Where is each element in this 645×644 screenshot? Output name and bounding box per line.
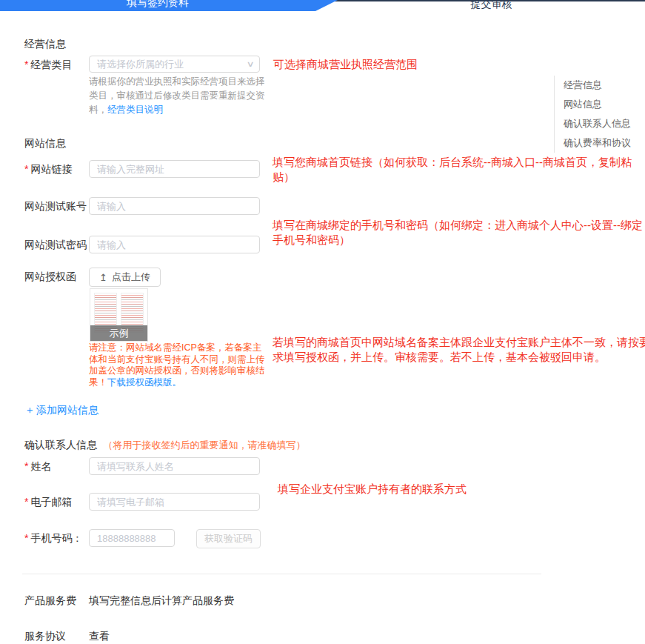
add-website-label: 添加网站信息	[36, 404, 98, 416]
authorization-annotation: 若填写的商城首页中网站域名备案主体跟企业支付宝账户主体不一致，请按要求填写授权函…	[273, 335, 645, 365]
add-website-link[interactable]: ＋添加网站信息	[24, 404, 98, 417]
upload-button-label: 点击上传	[112, 270, 150, 284]
upload-icon: ↥	[99, 273, 107, 282]
site-link-label: *网站链接	[24, 163, 72, 176]
authorization-sample-thumbnail[interactable]: 示例	[90, 288, 148, 342]
site-link-annotation: 填写您商城首页链接（如何获取：后台系统--商城入口--商城首页，复制粘贴）	[273, 155, 645, 185]
authorization-note: 请注意：网站域名需经ICP备案，若备案主体和当前支付宝账号持有人不同，则需上传加…	[89, 342, 268, 388]
category-select-placeholder: 请选择你所属的行业	[97, 58, 184, 71]
signup-form-page: 提交审核 填写签约资料 经营信息 *经营类目 请选择你所属的行业 ∨ 可选择商城…	[0, 0, 645, 644]
step-fill-contract-info-label: 填写签约资料	[0, 0, 315, 10]
category-help-link[interactable]: 经营类目说明	[107, 104, 163, 115]
download-template-link[interactable]: 下载授权函模版。	[107, 377, 181, 388]
name-input[interactable]	[89, 457, 260, 475]
authorization-letter-label: 网站授权函	[24, 270, 76, 284]
chevron-down-icon: ∨	[246, 59, 254, 69]
name-label: *姓名	[24, 460, 51, 474]
service-fee-value: 填写完整信息后计算产品服务费	[89, 594, 234, 608]
sample-caption: 示例	[90, 325, 147, 341]
test-account-label: 网站测试账号	[24, 200, 87, 213]
email-label: *电子邮箱	[24, 496, 72, 509]
anchor-nav: 经营信息 网站信息 确认联系人信息 确认费率和协议	[554, 76, 631, 153]
category-help-text: 请根据你的营业执照和实际经营项目来选择类目，审核通过后修改类目需要重新提交资料，…	[89, 75, 268, 117]
required-asterisk: *	[24, 163, 28, 175]
anchor-nav-contact-info[interactable]: 确认联系人信息	[564, 114, 631, 133]
step-fill-contract-info[interactable]: 填写签约资料	[0, 0, 338, 11]
section-title-website-info: 网站信息	[24, 137, 66, 150]
service-agreement-label: 服务协议	[24, 630, 66, 643]
category-annotation: 可选择商城营业执照经营范围	[273, 57, 418, 72]
section-divider	[22, 574, 541, 574]
get-verification-code-button[interactable]: 获取验证码	[196, 529, 261, 548]
contact-annotation: 填写企业支付宝账户持有者的联系方式	[278, 482, 467, 497]
anchor-nav-website-info[interactable]: 网站信息	[564, 95, 631, 114]
site-link-input[interactable]	[89, 160, 260, 178]
section-title-business-info: 经营信息	[24, 38, 66, 51]
test-credentials-annotation: 填写在商城绑定的手机号和密码（如何绑定：进入商城个人中心--设置--绑定手机号和…	[273, 218, 645, 248]
plus-icon: ＋	[24, 404, 35, 416]
anchor-nav-rate-agreement[interactable]: 确认费率和协议	[564, 133, 631, 153]
phone-label: *手机号码：	[24, 532, 82, 545]
service-agreement-view-link[interactable]: 查看	[89, 630, 110, 643]
category-select[interactable]: 请选择你所属的行业 ∨	[89, 56, 260, 73]
step-submit-review-label: 提交审核	[338, 0, 645, 11]
required-asterisk: *	[24, 460, 28, 472]
upload-button[interactable]: ↥ 点击上传	[89, 268, 161, 287]
anchor-nav-business-info[interactable]: 经营信息	[564, 76, 631, 95]
required-asterisk: *	[24, 59, 28, 70]
contact-title-note: （将用于接收签约后的重要通知，请准确填写）	[103, 439, 305, 451]
email-input[interactable]	[89, 493, 260, 511]
step-bar: 提交审核 填写签约资料	[0, 0, 645, 11]
phone-input[interactable]	[89, 529, 175, 547]
service-fee-label: 产品服务费	[24, 594, 76, 608]
test-password-label: 网站测试密码	[24, 239, 87, 252]
section-title-contact-info: 确认联系人信息 （将用于接收签约后的重要通知，请准确填写）	[24, 438, 305, 452]
test-password-input[interactable]	[89, 236, 260, 253]
required-asterisk: *	[24, 496, 28, 508]
category-label: *经营类目	[24, 59, 72, 72]
required-asterisk: *	[24, 532, 28, 544]
test-account-input[interactable]	[89, 197, 260, 215]
